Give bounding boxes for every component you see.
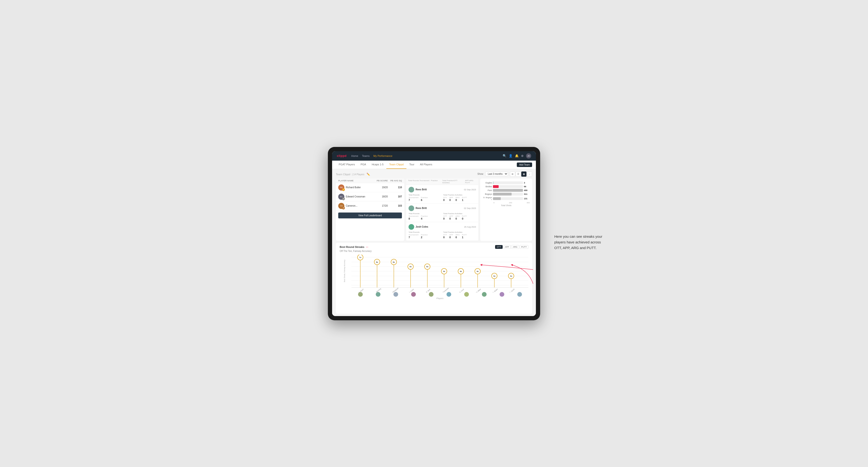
tab-pga[interactable]: PGA [358,160,369,169]
avatar: CA 3 [338,203,344,209]
player-card-header: Rees Britt 02 Sep 2023 [408,187,476,192]
tab-tour[interactable]: Tour [406,160,417,169]
col-ott: OTT [454,180,465,184]
annotation-text: Here you can see streaks your players ha… [554,234,606,251]
arg-stat: ARG 0 [456,234,460,239]
rounds-stats: Total Rounds Tournament 7 Practice [408,231,441,239]
bar-chart: Eagles 3 Birdies [483,181,530,207]
export-icon[interactable]: ↓ [527,172,532,177]
team-name-label: Team Clippd [336,173,350,176]
bar-wrap [493,193,523,195]
stats-row: Total Rounds Tournament 7 Practice [408,231,476,239]
ott-stat: OTT 0 [443,196,447,201]
y-axis-label: Best Streak, Fairway Accuracy [344,273,345,282]
practice-sub: OTT 0 APP 0 ARG [443,234,476,239]
app-stat: APP 0 [450,215,453,220]
edit-icon[interactable]: ✏️ [367,173,370,176]
putt-stat: PUTT 1 [462,196,467,201]
bar-count: 311 [524,193,530,195]
team-title: Team Clippd | 14 Players ✏️ [336,172,370,176]
streak-chart-svg: 7 6 5 4 3 2 1 0 7x E. Ebert [351,255,528,292]
tab-pgat-players[interactable]: PGAT Players [336,160,358,169]
ott-stat: OTT 0 [443,234,447,239]
filter-app[interactable]: APP [503,245,511,249]
player-name: Richard Butler [346,186,361,189]
tab-team-clippd[interactable]: Team Clippd [386,160,406,169]
player-avg: 110 [388,186,402,189]
main-content: Team Clippd | 14 Players ✏️ Show Last 3 … [332,169,536,316]
profile-icon[interactable]: 👤 [509,154,513,158]
search-icon[interactable]: 🔍 [503,154,506,158]
bar-label: Pars [483,189,492,191]
player-avatar-10 [517,292,522,297]
player-score: 19/20 [369,186,388,189]
player-avatar-7 [464,292,469,297]
add-team-button[interactable]: Add Team [517,162,532,167]
practice-stat: Practice 6 [421,196,428,201]
app-stat: APP 0 [450,234,453,239]
player-info: EC 2 Edward Crossman [338,194,369,200]
rank-badge: 2 [342,197,345,200]
bar-wrap [493,189,523,192]
player-card-date: 26 Aug 2023 [464,226,476,228]
player-count: 14 Players [353,173,365,176]
chart-bar-bogeys: Bogeys 311 [483,193,530,195]
svg-text:3x: 3x [493,275,496,277]
tablet-frame: clippd Home Teams My Performance 🔍 👤 🔔 ⊕… [328,147,540,320]
view-leaderboard-button[interactable]: View Full Leaderboard [338,213,402,218]
player-score: 18/20 [369,195,388,198]
col-total-practice: Total Practice Activities [442,180,454,184]
x-axis-label: Players [351,297,528,300]
cards-header: Total Rounds Tournament Practice Total P… [406,179,478,185]
chart-title: Total Shots [483,204,530,207]
player-avatar-6 [446,292,451,297]
svg-text:B. Ford: B. Ford [459,288,464,292]
stats-row: Total Rounds Tournament 8 Practice [408,213,476,220]
chart-subtitle: Off The Tee, Fairway Accuracy [340,250,528,252]
svg-text:6x: 6x [376,261,378,263]
practice-label: Total Practice Activities [443,231,476,233]
arg-stat: ARG 0 [456,196,460,201]
svg-text:D. Billingham: D. Billingham [390,287,399,292]
practice-label: Total Practice Activities [443,194,476,196]
col-pb-avg: PB AVG SQ [388,180,402,182]
bar-fill [493,189,523,192]
nav-my-performance[interactable]: My Performance [373,154,393,157]
player-info: RB 1 Richard Butler [338,184,369,191]
table-row[interactable]: CA 3 Cameron... 17/20 103 [336,201,404,211]
filter-ott[interactable]: OTT [495,245,503,249]
avatar[interactable]: JD [526,153,531,158]
streaks-title: Best Round Streaks [340,246,365,248]
svg-text:5x: 5x [409,266,412,268]
bar-label: Eagles [483,182,492,184]
player-avatar-4 [411,292,416,297]
avatar: RB 1 [338,184,344,191]
list-view-icon[interactable]: ☰ [516,172,521,177]
bar-label: Birdies [483,185,492,188]
nav-teams[interactable]: Teams [362,154,370,157]
filter-arg[interactable]: ARG [511,245,519,249]
notification-icon[interactable]: 🔔 [515,154,519,158]
filter-putt[interactable]: PUTT [520,245,529,249]
table-row[interactable]: RB 1 Richard Butler 19/20 110 [336,183,404,192]
player-score: 17/20 [369,205,388,207]
svg-text:J. Coles: J. Coles [408,288,414,292]
player-card-date: 02 Sep 2023 [464,207,476,210]
view-icons: ⊞ ☰ ▦ ↓ [510,172,532,177]
tab-hcaps[interactable]: Hcaps 1-5 [369,160,386,169]
ott-stat: OTT 0 [443,215,447,220]
table-row[interactable]: EC 2 Edward Crossman 18/20 107 [336,192,404,201]
player-info: CA 3 Cameron... [338,203,369,209]
tab-all-players[interactable]: All Players [417,160,435,169]
period-dropdown[interactable]: Last 3 months [485,172,508,176]
chart-view-icon[interactable]: ▦ [521,172,526,177]
grid-view-icon[interactable]: ⊞ [510,172,515,177]
player-card: Josh Coles 26 Aug 2023 Total Rounds Tour… [406,222,478,241]
leaderboard-panel: PLAYER NAME PB SCORE PB AVG SQ RB 1 Rich… [336,179,404,241]
settings-icon[interactable]: ⊕ [521,154,524,158]
col-player-name: PLAYER NAME [338,180,369,182]
practice-activities-stats: Total Practice Activities OTT 0 APP [443,194,476,201]
putt-stat: PUTT 1 [462,234,467,239]
nav-home[interactable]: Home [351,154,358,157]
bar-wrap [493,197,523,200]
